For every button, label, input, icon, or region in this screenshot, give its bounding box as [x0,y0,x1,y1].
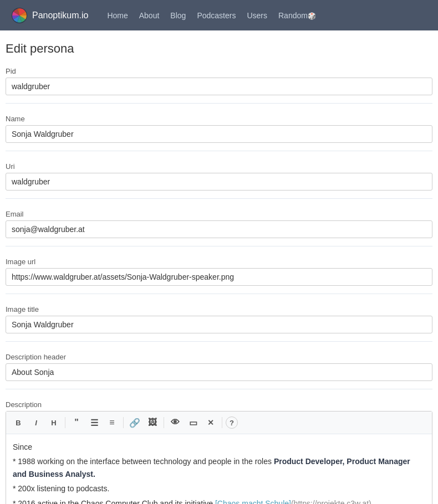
desc-line3: * 2016 active in the Chaos Computer Club… [13,497,425,504]
nav-random[interactable]: Random🎲 [278,11,316,20]
pid-input[interactable] [6,78,432,95]
editor-toolbar: B I H " ☰ ≡ 🔗 🖼 👁 ▭ ✕ ? [6,412,432,434]
toolbar-preview[interactable]: 👁 [167,415,183,430]
image-url-input[interactable] [6,268,432,286]
brand-link[interactable]: Panoptikum.io [11,7,88,24]
email-input[interactable] [6,220,432,238]
desc-since: Since [13,441,425,453]
desc-header-group: Description header [6,353,432,381]
desc-header-label: Description header [6,353,432,361]
toolbar-image[interactable]: 🖼 [145,415,160,430]
desc-header-input[interactable] [6,363,432,381]
email-group: Email [6,210,432,238]
nav-home[interactable]: Home [107,11,128,20]
uri-input[interactable] [6,173,432,191]
toolbar-sep-3 [164,417,164,428]
toolbar-link[interactable]: 🔗 [127,415,142,430]
chaos-macht-schule-link[interactable]: [Chaos macht Schule] [215,499,291,504]
random-icon: 🎲 [308,12,316,20]
toolbar-sep-4 [222,417,222,428]
page-content: Edit persona Pid Name Uri Email Image ur… [0,30,438,504]
toolbar-list-ol[interactable]: ≡ [104,415,120,430]
uri-label: Uri [6,162,432,171]
image-title-group: Image title [6,305,432,333]
nav-users[interactable]: Users [247,11,267,20]
toolbar-list-ul[interactable]: ☰ [86,415,102,430]
toolbar-bold[interactable]: B [11,415,26,430]
nav-blog[interactable]: Blog [170,11,186,20]
toolbar-help[interactable]: ? [226,416,238,429]
toolbar-side-by-side[interactable]: ▭ [185,415,201,430]
toolbar-sep-2 [123,417,124,428]
description-editor: B I H " ☰ ≡ 🔗 🖼 👁 ▭ ✕ ? Since * 1988 [6,411,432,504]
name-label: Name [6,115,432,123]
pid-group: Pid [6,67,432,95]
page-title: Edit persona [6,42,432,56]
pid-label: Pid [6,67,432,75]
toolbar-heading[interactable]: H [46,415,62,430]
email-label: Email [6,210,432,218]
nav-links: Home About Blog Podcasters Users Random🎲 [107,11,316,20]
editor-content[interactable]: Since * 1988 working on the interface be… [6,434,432,504]
image-title-input[interactable] [6,316,432,333]
description-group: Description B I H " ☰ ≡ 🔗 🖼 👁 ▭ ✕ ? [6,400,432,504]
uri-group: Uri [6,162,432,191]
brand-logo [11,7,28,24]
description-label: Description [6,400,432,409]
toolbar-quote[interactable]: " [69,415,84,430]
image-url-label: Image url [6,258,432,266]
toolbar-fullscreen[interactable]: ✕ [203,415,218,430]
nav-podcasters[interactable]: Podcasters [197,11,236,20]
name-input[interactable] [6,125,432,143]
toolbar-sep-1 [65,417,65,428]
image-title-label: Image title [6,305,432,313]
desc-line1: * 1988 working on the interface between … [13,455,425,480]
brand-name: Panoptikum.io [32,11,88,20]
name-group: Name [6,115,432,143]
navbar: Panoptikum.io Home About Blog Podcasters… [0,0,438,30]
nav-about[interactable]: About [139,11,160,20]
toolbar-italic[interactable]: I [28,415,44,430]
desc-line2: * 200x listening to podcasts. [13,482,425,495]
image-url-group: Image url [6,258,432,286]
